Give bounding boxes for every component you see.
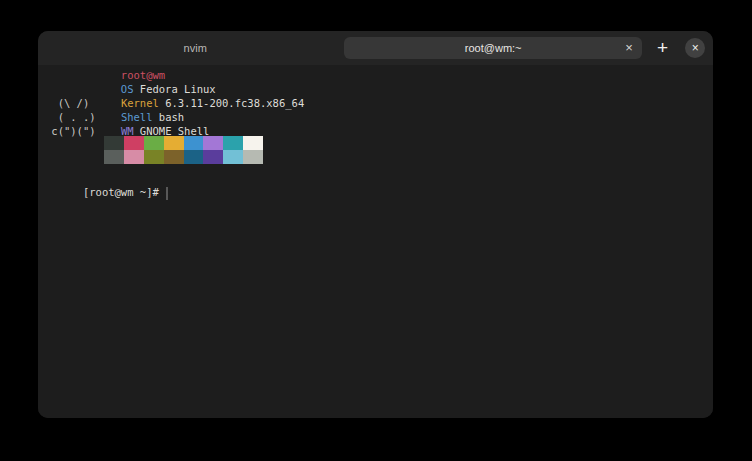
fastfetch-segment: Shell	[121, 111, 153, 123]
close-icon: ×	[692, 41, 699, 55]
fastfetch-segment: c(")(")	[45, 125, 96, 137]
fastfetch-segment	[89, 97, 121, 109]
palette-swatch	[223, 136, 243, 150]
palette-swatch	[243, 150, 263, 164]
palette-row	[104, 136, 263, 150]
palette-swatch	[104, 136, 124, 150]
palette-swatch	[124, 136, 144, 150]
fastfetch-segment	[45, 69, 121, 81]
palette-swatch	[144, 136, 164, 150]
window-close-button[interactable]: ×	[685, 38, 705, 58]
palette-swatch	[164, 136, 184, 150]
tab-bar[interactable]: nvim root@wm:~ × + ×	[38, 31, 713, 65]
tab-nvim-label: nvim	[184, 42, 207, 54]
palette-swatch	[243, 136, 263, 150]
terminal-window: nvim root@wm:~ × + × root@wm OS Fedora L…	[38, 31, 713, 418]
palette-swatch	[203, 136, 223, 150]
tab-nvim[interactable]: nvim	[46, 37, 344, 59]
palette-swatch	[164, 150, 184, 164]
tab-close-button[interactable]: ×	[621, 40, 637, 56]
palette-swatch	[184, 136, 204, 150]
tab-root-wm-label: root@wm:~	[465, 42, 522, 54]
fastfetch-segment: OS	[121, 83, 134, 95]
fastfetch-segment: (\ /)	[45, 97, 89, 109]
palette-row	[104, 150, 263, 164]
plus-icon: +	[657, 37, 668, 58]
tab-root-wm[interactable]: root@wm:~ ×	[344, 37, 641, 59]
fastfetch-segment	[96, 111, 121, 123]
fastfetch-segment: root@wm	[121, 69, 165, 81]
close-icon: ×	[625, 40, 633, 55]
palette-swatch	[184, 150, 204, 164]
fastfetch-segment: Fedora Linux	[134, 83, 216, 95]
text-cursor	[166, 187, 169, 200]
fastfetch-segment: bash	[152, 111, 184, 123]
palette-swatch	[104, 150, 124, 164]
fastfetch-segment	[45, 83, 121, 95]
fastfetch-segment: Kernel	[121, 97, 159, 109]
color-palette	[104, 136, 263, 164]
fastfetch-segment: ( . .)	[45, 111, 96, 123]
palette-swatch	[223, 150, 243, 164]
palette-swatch	[144, 150, 164, 164]
new-tab-button[interactable]: +	[648, 35, 677, 61]
prompt-text: [root@wm ~]#	[83, 186, 165, 198]
terminal-area[interactable]: root@wm OS Fedora Linux (\ /) Kernel 6.3…	[38, 65, 713, 418]
palette-swatch	[124, 150, 144, 164]
shell-prompt: [root@wm ~]#	[45, 171, 168, 214]
fastfetch-segment: 6.3.11-200.fc38.x86_64	[159, 97, 304, 109]
palette-swatch	[203, 150, 223, 164]
fastfetch-output: root@wm OS Fedora Linux (\ /) Kernel 6.3…	[45, 68, 304, 138]
